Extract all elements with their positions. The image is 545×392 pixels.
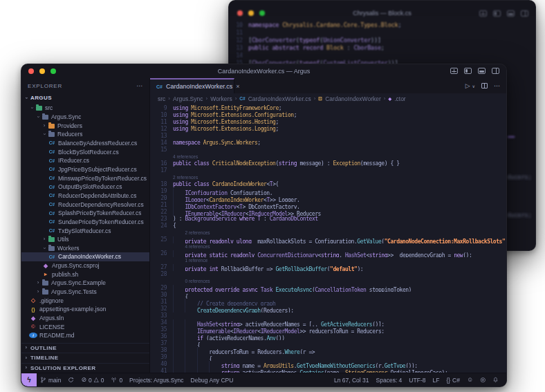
sidebar-panel-timeline[interactable]: ›TIMELINE [21, 353, 149, 363]
codelens-references[interactable]: 2 references [150, 174, 506, 181]
close-tab-icon[interactable]: × [236, 83, 239, 90]
indentation-item[interactable]: Spaces: 4 [373, 377, 406, 384]
code-line[interactable]: 24{ [150, 223, 506, 230]
tree-item[interactable]: C#MinswapPriceByTokenReducer.cs [21, 174, 149, 183]
sidebar-panel-solution-explorer[interactable]: ›SOLUTION EXPLORER [21, 363, 149, 373]
language-mode-item[interactable]: {} C# [443, 377, 463, 384]
tree-item[interactable]: ◆Argus.sln [21, 314, 149, 323]
toggle-panel-icon[interactable] [478, 68, 486, 74]
code-line[interactable]: 27private int RollbackBuffer => GetRollb… [150, 264, 506, 271]
tree-item[interactable]: C#JpgPriceBySubjectReducer.cs [21, 165, 149, 174]
code-line[interactable]: 11 [229, 29, 535, 37]
code-line[interactable]: 28 [150, 271, 506, 278]
tree-item[interactable]: ©LICENSE [21, 322, 149, 331]
breadcrumb-item[interactable]: Argus.Sync [173, 95, 203, 102]
code-line[interactable]: 29protected override async Task ExecuteA… [150, 285, 506, 292]
run-button-icon[interactable]: ▷ [465, 82, 470, 89]
zoom-window-icon[interactable] [259, 10, 265, 16]
code-line[interactable]: 12using Microsoft.Extensions.Logging; [150, 126, 506, 133]
code-line[interactable]: 13 [150, 133, 506, 140]
remote-indicator[interactable]: ϟ [21, 373, 37, 386]
code-line[interactable]: 12[CborConverter(typeof(UnionConverter))… [229, 37, 535, 44]
run-dropdown-icon[interactable]: ∨ [472, 84, 475, 88]
code-line[interactable]: 10namespace Chrysalis.Cardano.Core.Types… [229, 21, 535, 29]
code-line[interactable]: 34HashSet<string> activeReducerNames = [… [150, 319, 506, 326]
breadcrumb-item[interactable]: src [158, 95, 165, 102]
workspace-section-header[interactable]: › ARGUS [21, 93, 149, 102]
tree-item[interactable]: C#TxBySlotReducer.cs [21, 226, 149, 235]
code-line[interactable]: 14 [229, 52, 535, 59]
problems-item[interactable]: ⊘ 0 △ 0 [77, 377, 107, 384]
eol-item[interactable]: LF [429, 377, 443, 384]
code-line[interactable]: 14namespace Argus.Sync.Workers; [150, 140, 506, 147]
tree-item[interactable]: C#IReducer.cs [21, 156, 149, 165]
toggle-secondary-sidebar-icon[interactable] [492, 68, 499, 74]
close-window-icon[interactable] [237, 10, 243, 16]
code-editor[interactable]: 9using Microsoft.EntityFrameworkCore;10u… [150, 104, 506, 373]
minimize-window-icon[interactable] [248, 10, 254, 16]
tree-item[interactable]: ▸publish.sh [21, 270, 149, 279]
toggle-secondary-sidebar-icon[interactable] [521, 10, 528, 17]
code-line[interactable]: 36if (activeReducerNames.Any()) [150, 333, 506, 340]
close-window-icon[interactable] [28, 68, 34, 74]
build-config-item[interactable]: Debug Any CPU [187, 377, 237, 384]
code-line[interactable]: 37{ [150, 340, 506, 347]
minimize-window-icon[interactable] [39, 68, 45, 74]
tree-item-selected[interactable]: C#CardanoIndexWorker.cs [21, 252, 149, 261]
code-line[interactable]: 35IEnumerable<IReducer<IReducerModel>> r… [150, 326, 506, 333]
breadcrumb-item[interactable]: CardanoIndexWorker.cs [248, 95, 311, 102]
code-line[interactable]: 38reducersToRun = Reducers.Where(r => [150, 347, 506, 354]
sidebar-panel-outline[interactable]: ›OUTLINE [21, 343, 149, 353]
code-line[interactable]: 26private static readonly ConcurrentDict… [150, 250, 506, 257]
zoom-window-icon[interactable] [50, 68, 56, 74]
explorer-more-actions-icon[interactable]: ⋯ [136, 82, 143, 89]
tree-item[interactable]: ›Providers [21, 121, 149, 130]
code-line[interactable]: 23) : BackgroundService where T : Cardan… [150, 216, 506, 223]
tree-item[interactable]: ›Argus.Sync.Example [21, 279, 149, 288]
tree-item[interactable]: ›Reducers [21, 130, 149, 139]
code-line[interactable]: 25private readonly ulong _maxRollbackSlo… [150, 236, 506, 243]
toggle-primary-sidebar-icon[interactable] [493, 10, 501, 17]
ports-item[interactable]: 0 [107, 377, 126, 384]
toggle-primary-sidebar-icon[interactable] [464, 68, 472, 74]
tree-item[interactable]: C#BalanceByAddressReducer.cs [21, 139, 149, 148]
tree-item[interactable]: ›src [21, 104, 149, 113]
tree-item[interactable]: ›Utils [21, 235, 149, 244]
code-line[interactable]: 22IEnumerable<IReducer<IReducerModel>> R… [150, 209, 506, 216]
codelens-references[interactable]: 4 references [150, 243, 506, 250]
tree-item[interactable]: iREADME.md [21, 331, 149, 340]
customize-layout-icon[interactable] [450, 68, 458, 74]
code-line[interactable]: 30{ [150, 292, 506, 299]
code-line[interactable]: 32CreateDependencyGraph(Reducers); [150, 306, 506, 312]
tree-item[interactable]: ›Workers [21, 244, 149, 253]
breadcrumb-item[interactable]: CardanoIndexWorker [325, 95, 381, 102]
breadcrumb-item[interactable]: Workers [210, 95, 232, 102]
encoding-item[interactable]: UTF-8 [405, 377, 429, 384]
tree-item[interactable]: ◇.gitignore [21, 296, 149, 305]
sync-changes-item[interactable] [64, 377, 77, 383]
code-line[interactable]: 33 [150, 312, 506, 319]
code-line[interactable]: 9using Microsoft.EntityFrameworkCore; [150, 105, 506, 112]
extension-status-item[interactable]: ◎ [477, 377, 489, 383]
tree-item[interactable]: C#BlockBySlotReducer.cs [21, 147, 149, 156]
code-line[interactable]: 41return activeReducerNames.Contains(nam… [150, 368, 506, 373]
code-line[interactable]: 31// Create dependency graph [150, 299, 506, 306]
title-bar[interactable]: CardanoIndexWorker.cs — Argus [21, 64, 506, 78]
code-line[interactable]: 19IConfiguration Configuration, [150, 188, 506, 195]
tree-item[interactable]: ›Argus.Sync [21, 113, 149, 122]
code-line[interactable]: 39{ [150, 354, 506, 361]
tree-item[interactable]: C#SundaePriceByTokenReducer.cs [21, 218, 149, 227]
notifications-item[interactable] [489, 377, 502, 383]
tree-item[interactable]: C#ReducerDependencyResolver.cs [21, 200, 149, 209]
code-line[interactable]: 10using Microsoft.Extensions.Configurati… [150, 112, 506, 119]
breadcrumb-item[interactable]: .ctor [394, 95, 406, 102]
git-branch-item[interactable]: main [37, 377, 64, 384]
customize-layout-icon[interactable] [479, 10, 487, 17]
cursor-position-item[interactable]: Ln 67, Col 31 [331, 377, 373, 384]
editor-more-actions-icon[interactable]: ⋯ [494, 82, 500, 89]
code-line[interactable]: 40string name = ArgusUtils.GetTypeNameWi… [150, 361, 506, 368]
tree-item[interactable]: C#SplashPriceByTokenReducer.cs [21, 209, 149, 218]
codelens-references[interactable]: 0 references [150, 278, 506, 285]
tree-item[interactable]: C#ReducerDepdendsAttribute.cs [21, 192, 149, 200]
code-line[interactable]: 13public abstract record Block : CborBas… [229, 44, 535, 52]
